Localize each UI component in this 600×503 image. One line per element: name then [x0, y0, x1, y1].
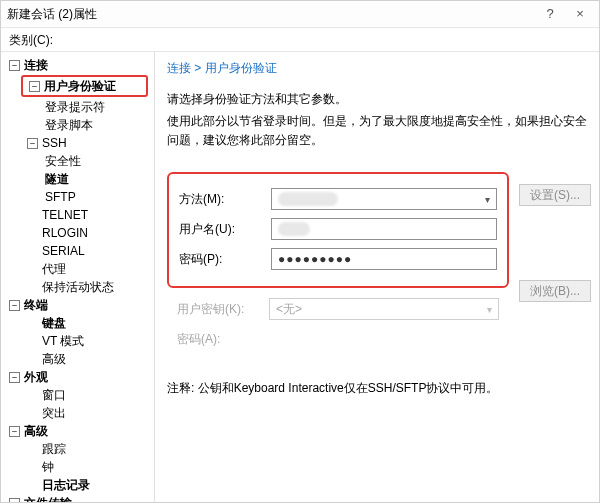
- category-tree[interactable]: − 连接 − 用户身份验证 登录提示符 登录脚本 − SS: [1, 52, 155, 502]
- content-pane: 连接 > 用户身份验证 请选择身份验证方法和其它参数。 使用此部分以节省登录时间…: [155, 52, 599, 502]
- help-button[interactable]: ?: [535, 3, 565, 25]
- tree-bell[interactable]: 钟: [5, 458, 152, 476]
- window-title: 新建会话 (2)属性: [7, 6, 97, 23]
- tree-ssh[interactable]: − SSH: [5, 134, 152, 152]
- tree-window[interactable]: 窗口: [5, 386, 152, 404]
- row-username: 用户名(U):: [179, 216, 497, 242]
- category-header: 类别(C):: [1, 28, 599, 52]
- footnote: 注释: 公钥和Keyboard Interactive仅在SSH/SFTP协议中…: [167, 380, 591, 397]
- collapse-icon[interactable]: −: [9, 60, 20, 71]
- tree-terminal[interactable]: − 终端: [5, 296, 152, 314]
- chevron-down-icon: ▾: [485, 194, 490, 205]
- tree-login-prompt[interactable]: 登录提示符: [5, 98, 152, 116]
- username-value-redacted: [278, 222, 310, 236]
- tree-auth-highlight: − 用户身份验证: [21, 75, 148, 97]
- browse-button[interactable]: 浏览(B)...: [519, 280, 591, 302]
- collapse-icon[interactable]: −: [27, 138, 38, 149]
- tree-telnet[interactable]: TELNET: [5, 206, 152, 224]
- tree-logging[interactable]: 日志记录: [5, 476, 152, 494]
- tree-appearance[interactable]: − 外观: [5, 368, 152, 386]
- tree-login-script[interactable]: 登录脚本: [5, 116, 152, 134]
- row-method: 方法(M): ▾: [179, 186, 497, 212]
- username-input[interactable]: [271, 218, 497, 240]
- description-line-1: 请选择身份验证方法和其它参数。: [167, 91, 591, 108]
- password-input[interactable]: ●●●●●●●●●: [271, 248, 497, 270]
- method-select[interactable]: ▾: [271, 188, 497, 210]
- method-value-redacted: [278, 192, 338, 206]
- close-button[interactable]: ×: [565, 3, 595, 25]
- tree-advanced-term[interactable]: 高级: [5, 350, 152, 368]
- category-label: 类别(C):: [9, 33, 53, 47]
- breadcrumb: 连接 > 用户身份验证: [167, 60, 591, 77]
- tree-rlogin[interactable]: RLOGIN: [5, 224, 152, 242]
- row-passphrase: 密码(A):: [177, 326, 499, 352]
- tree-keyboard[interactable]: 键盘: [5, 314, 152, 332]
- tree-trace[interactable]: 跟踪: [5, 440, 152, 458]
- title-bar: 新建会话 (2)属性 ? ×: [1, 1, 599, 28]
- chevron-down-icon: ▾: [487, 304, 492, 315]
- tree-security[interactable]: 安全性: [5, 152, 152, 170]
- row-user-key: 用户密钥(K): <无> ▾: [177, 296, 499, 322]
- collapse-icon[interactable]: −: [9, 372, 20, 383]
- passphrase-input: [269, 328, 499, 350]
- tree-advanced[interactable]: − 高级: [5, 422, 152, 440]
- tree-keep-alive[interactable]: 保持活动状态: [5, 278, 152, 296]
- settings-button[interactable]: 设置(S)...: [519, 184, 591, 206]
- tree-connection[interactable]: − 连接: [5, 56, 152, 74]
- dialog-window: 新建会话 (2)属性 ? × 类别(C): − 连接 − 用户身份验证: [0, 0, 600, 503]
- method-label: 方法(M):: [179, 191, 271, 208]
- tree-serial[interactable]: SERIAL: [5, 242, 152, 260]
- user-key-select: <无> ▾: [269, 298, 499, 320]
- row-password: 密码(P): ●●●●●●●●●: [179, 246, 497, 272]
- username-label: 用户名(U):: [179, 221, 271, 238]
- tree-vt-mode[interactable]: VT 模式: [5, 332, 152, 350]
- tree-sftp[interactable]: SFTP: [5, 188, 152, 206]
- window-controls: ? ×: [535, 1, 595, 27]
- collapse-icon[interactable]: −: [9, 426, 20, 437]
- password-label: 密码(P):: [179, 251, 271, 268]
- tree-highlight[interactable]: 突出: [5, 404, 152, 422]
- collapse-icon[interactable]: −: [9, 498, 20, 503]
- description-line-2: 使用此部分以节省登录时间。但是，为了最大限度地提高安全性，如果担心安全问题，建议…: [167, 112, 591, 150]
- dialog-body: − 连接 − 用户身份验证 登录提示符 登录脚本 − SS: [1, 52, 599, 502]
- collapse-icon[interactable]: −: [29, 81, 40, 92]
- tree-file-transfer[interactable]: − 文件传输: [5, 494, 152, 502]
- tree-auth[interactable]: − 用户身份验证: [27, 77, 142, 95]
- tree-proxy[interactable]: 代理: [5, 260, 152, 278]
- passphrase-label: 密码(A):: [177, 331, 269, 348]
- collapse-icon[interactable]: −: [9, 300, 20, 311]
- auth-form-highlight: 方法(M): ▾ 用户名(U):: [167, 172, 509, 288]
- user-key-label: 用户密钥(K):: [177, 301, 269, 318]
- tree-tunnel[interactable]: 隧道: [5, 170, 152, 188]
